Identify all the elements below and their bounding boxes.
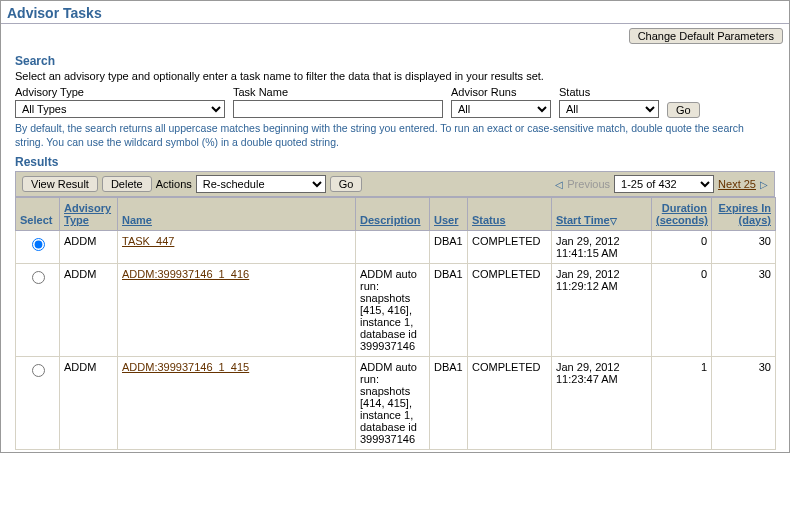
table-row: ADDM ADDM:399937146_1_416 ADDM auto run:… [16, 264, 776, 357]
task-name-label: Task Name [233, 86, 443, 98]
cell-status: COMPLETED [468, 231, 552, 264]
row-name-link[interactable]: TASK_447 [122, 235, 174, 247]
advisor-runs-select[interactable]: All [451, 100, 551, 118]
cell-start-time: Jan 29, 2012 11:29:12 AM [552, 264, 652, 357]
table-row: ADDM ADDM:399937146_1_415 ADDM auto run:… [16, 357, 776, 450]
cell-duration: 0 [652, 231, 712, 264]
col-status[interactable]: Status [468, 198, 552, 231]
cell-description: ADDM auto run: snapshots [415, 416], ins… [356, 264, 430, 357]
cell-user: DBA1 [430, 264, 468, 357]
table-row: ADDM TASK_447 DBA1 COMPLETED Jan 29, 201… [16, 231, 776, 264]
advisor-runs-label: Advisor Runs [451, 86, 551, 98]
results-table: Select Advisory Type Name Description Us… [15, 197, 776, 450]
actions-label: Actions [156, 178, 192, 190]
col-advisory-type[interactable]: Advisory Type [60, 198, 118, 231]
next-link[interactable]: Next 25 [718, 178, 756, 190]
cell-expires: 30 [712, 231, 776, 264]
cell-user: DBA1 [430, 231, 468, 264]
row-select-radio[interactable] [32, 271, 45, 284]
col-start-time[interactable]: Start Time ▽ [552, 198, 652, 231]
task-name-input[interactable] [233, 100, 443, 118]
cell-status: COMPLETED [468, 357, 552, 450]
col-expires[interactable]: Expires In (days) [712, 198, 776, 231]
sort-desc-icon: ▽ [610, 216, 617, 226]
delete-button[interactable]: Delete [102, 176, 152, 192]
cell-user: DBA1 [430, 357, 468, 450]
actions-go-button[interactable]: Go [330, 176, 363, 192]
col-select: Select [16, 198, 60, 231]
cell-start-time: Jan 29, 2012 11:41:15 AM [552, 231, 652, 264]
page-title: Advisor Tasks [1, 1, 789, 24]
cell-expires: 30 [712, 357, 776, 450]
search-hint: By default, the search returns all upper… [15, 122, 775, 149]
previous-icon: ◁ [555, 179, 563, 190]
col-user[interactable]: User [430, 198, 468, 231]
cell-description: ADDM auto run: snapshots [414, 415], ins… [356, 357, 430, 450]
search-go-button[interactable]: Go [667, 102, 700, 118]
status-select[interactable]: All [559, 100, 659, 118]
cell-description [356, 231, 430, 264]
change-default-parameters-button[interactable]: Change Default Parameters [629, 28, 783, 44]
cell-advisory-type: ADDM [60, 357, 118, 450]
search-description: Select an advisory type and optionally e… [15, 70, 775, 82]
row-select-radio[interactable] [32, 238, 45, 251]
results-heading: Results [15, 155, 775, 169]
range-select[interactable]: 1-25 of 432 [614, 175, 714, 193]
cell-expires: 30 [712, 264, 776, 357]
advisory-type-select[interactable]: All Types [15, 100, 225, 118]
cell-start-time: Jan 29, 2012 11:23:47 AM [552, 357, 652, 450]
status-label: Status [559, 86, 659, 98]
row-select-radio[interactable] [32, 364, 45, 377]
actions-select[interactable]: Re-schedule [196, 175, 326, 193]
next-icon[interactable]: ▷ [760, 179, 768, 190]
row-name-link[interactable]: ADDM:399937146_1_416 [122, 268, 249, 280]
view-result-button[interactable]: View Result [22, 176, 98, 192]
cell-advisory-type: ADDM [60, 264, 118, 357]
cell-duration: 1 [652, 357, 712, 450]
advisory-type-label: Advisory Type [15, 86, 225, 98]
col-duration[interactable]: Duration (seconds) [652, 198, 712, 231]
cell-duration: 0 [652, 264, 712, 357]
col-description[interactable]: Description [356, 198, 430, 231]
previous-label: Previous [567, 178, 610, 190]
cell-advisory-type: ADDM [60, 231, 118, 264]
search-heading: Search [15, 54, 775, 68]
row-name-link[interactable]: ADDM:399937146_1_415 [122, 361, 249, 373]
cell-status: COMPLETED [468, 264, 552, 357]
col-name[interactable]: Name [118, 198, 356, 231]
